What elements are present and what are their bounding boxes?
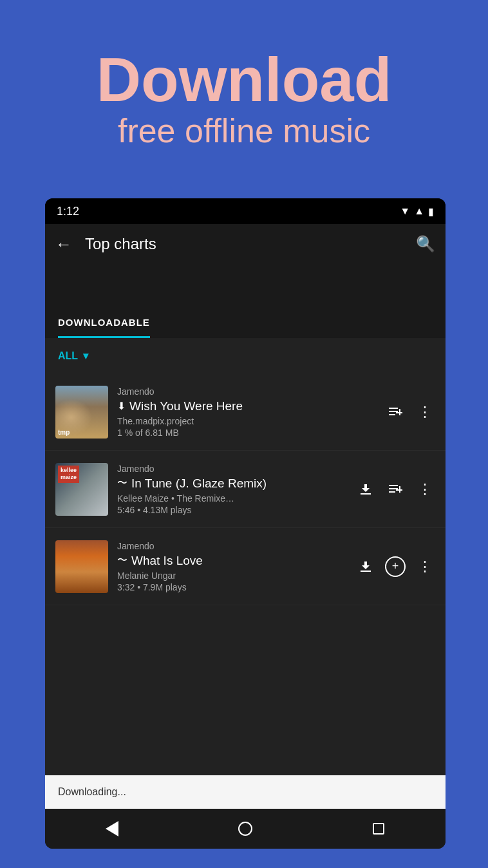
track-actions-2: ⋮	[355, 479, 435, 500]
download-icon: ⬇	[117, 400, 126, 412]
nav-home-icon	[238, 822, 252, 836]
tab-bar: DOWNLOADABLE	[45, 303, 446, 338]
thumb-image-2: kelleemaize	[55, 463, 108, 516]
stream-icon-2: 〜	[117, 476, 127, 490]
add-to-queue-button-2[interactable]	[385, 479, 406, 500]
track-title-2[interactable]: In Tune (J. Glaze Remix)	[131, 476, 267, 491]
tab-downloadable-label: DOWNLOADABLE	[58, 317, 150, 328]
chevron-down-icon: ▾	[83, 350, 88, 362]
svg-rect-4	[396, 412, 402, 413]
phone-frame: 1:12 ▼ ▲ ▮ ← Top charts 🔍 DOWNLOADABLE A…	[45, 198, 446, 849]
page-title: Top charts	[85, 235, 416, 253]
track-meta-3: 3:32 • 7.9M plays	[117, 582, 355, 592]
svg-rect-5	[361, 493, 371, 495]
nav-recents-icon	[373, 823, 384, 835]
track-source-2: Jamendo	[117, 464, 355, 474]
nav-recents-button[interactable]	[362, 813, 395, 845]
nav-back-icon	[106, 821, 118, 836]
thumb-badge-2: kelleemaize	[58, 466, 79, 483]
tab-downloadable[interactable]: DOWNLOADABLE	[58, 317, 150, 338]
nav-bar	[45, 809, 446, 849]
download-button-2[interactable]	[355, 479, 376, 500]
more-options-button-1[interactable]: ⋮	[415, 402, 435, 422]
download-button-3[interactable]	[355, 556, 376, 577]
track-title-3[interactable]: What Is Love	[131, 554, 203, 568]
svg-rect-0	[389, 408, 398, 409]
nav-home-button[interactable]	[229, 813, 261, 845]
track-artist-1: The.madpix.project	[117, 416, 385, 426]
battery-icon: ▮	[428, 205, 434, 218]
hero-section: Download free offline music	[0, 0, 488, 200]
hero-subtitle: free offline music	[118, 111, 370, 151]
more-options-button-3[interactable]: ⋮	[415, 556, 435, 577]
spacer	[45, 264, 446, 303]
nav-back-button[interactable]	[96, 813, 128, 845]
svg-rect-11	[361, 571, 371, 572]
svg-rect-2	[389, 414, 395, 415]
track-thumbnail-3	[55, 540, 108, 593]
filter-bar: ALL ▾	[45, 338, 446, 373]
track-actions-3: + ⋮	[355, 556, 435, 577]
status-time: 1:12	[57, 205, 79, 218]
track-thumbnail-2: kelleemaize	[55, 463, 108, 516]
track-item-1: Jamendo ⬇ Wish You Were Here The.madpix.…	[45, 373, 446, 451]
track-source-1: Jamendo	[117, 386, 385, 397]
svg-rect-6	[389, 485, 398, 486]
wifi-icon: ▼	[400, 205, 410, 217]
track-title-row-2: 〜 In Tune (J. Glaze Remix)	[117, 476, 355, 491]
track-meta-2: 5:46 • 4.13M plays	[117, 505, 355, 515]
track-list: Jamendo ⬇ Wish You Were Here The.madpix.…	[45, 373, 446, 775]
add-button-3[interactable]: +	[385, 556, 406, 577]
svg-rect-10	[396, 489, 402, 491]
downloading-text: Downloading...	[58, 786, 126, 798]
track-meta-1: 1 % of 6.81 MB	[117, 428, 385, 438]
thumb-image-1	[55, 386, 108, 439]
status-icons: ▼ ▲ ▮	[400, 205, 434, 218]
more-options-button-2[interactable]: ⋮	[415, 479, 435, 500]
track-info-3: Jamendo 〜 What Is Love Melanie Ungar 3:3…	[117, 541, 355, 592]
hero-title: Download	[97, 49, 392, 111]
add-to-queue-button-1[interactable]	[385, 402, 406, 422]
svg-rect-1	[389, 411, 398, 412]
filter-label: ALL	[58, 350, 78, 362]
svg-rect-7	[389, 488, 398, 489]
track-artist-3: Melanie Ungar	[117, 571, 355, 581]
stream-icon-3: 〜	[117, 554, 127, 567]
track-artist-2: Kellee Maize • The Remixe…	[117, 493, 355, 504]
signal-icon: ▲	[414, 205, 424, 217]
track-title-row-3: 〜 What Is Love	[117, 554, 355, 568]
track-source-3: Jamendo	[117, 541, 355, 551]
back-button[interactable]: ←	[55, 234, 72, 254]
track-item-3: Jamendo 〜 What Is Love Melanie Ungar 3:3…	[45, 528, 446, 605]
track-info-1: Jamendo ⬇ Wish You Were Here The.madpix.…	[117, 386, 385, 438]
track-title-row-1: ⬇ Wish You Were Here	[117, 399, 385, 413]
track-title-1[interactable]: Wish You Were Here	[129, 399, 243, 413]
svg-rect-8	[389, 491, 395, 493]
track-actions-1: ⋮	[385, 402, 435, 422]
search-button[interactable]: 🔍	[416, 235, 435, 253]
track-thumbnail-1	[55, 386, 108, 439]
filter-button[interactable]: ALL ▾	[58, 350, 88, 362]
thumb-image-3	[55, 540, 108, 593]
track-item-2: kelleemaize Jamendo 〜 In Tune (J. Glaze …	[45, 451, 446, 528]
track-info-2: Jamendo 〜 In Tune (J. Glaze Remix) Kelle…	[117, 464, 355, 515]
downloading-bar: Downloading...	[45, 775, 446, 809]
top-bar: ← Top charts 🔍	[45, 224, 446, 264]
status-bar: 1:12 ▼ ▲ ▮	[45, 198, 446, 224]
